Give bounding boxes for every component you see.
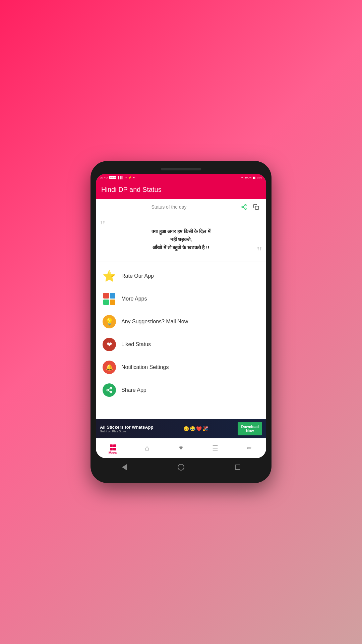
- notification-label: Notification Settings: [121, 364, 169, 370]
- svg-point-7: [107, 389, 109, 391]
- share-app-icon: [103, 383, 116, 397]
- phone-frame: Jio 4G VoLTE ▌▌▌ ∿ ⚡ ● ⚭ 100% ▮▮ 5:06 Hi…: [90, 161, 272, 483]
- phone-notch: [161, 168, 201, 170]
- volte-badge: VoLTE: [109, 176, 116, 179]
- ad-download-button[interactable]: DownloadNow: [238, 422, 262, 435]
- app-header: Hindi DP and Status: [96, 181, 266, 199]
- battery-icon: ▮▮: [253, 176, 255, 179]
- ad-banner[interactable]: All Stickers for WhatsApp Get it on Play…: [96, 419, 266, 438]
- rate-label: Rate Our App: [121, 273, 154, 279]
- phone-screen: Jio 4G VoLTE ▌▌▌ ∿ ⚡ ● ⚭ 100% ▮▮ 5:06 Hi…: [96, 174, 266, 458]
- carrier-text: Jio 4G: [100, 176, 108, 179]
- svg-point-8: [110, 391, 112, 393]
- bottom-nav: Menu ⌂ ♥ ☰ ✏: [96, 438, 266, 458]
- svg-point-2: [245, 208, 246, 210]
- android-home-button[interactable]: [176, 462, 186, 472]
- android-nav: [96, 458, 266, 476]
- status-left: Jio 4G VoLTE ▌▌▌ ∿ ⚡ ●: [100, 176, 135, 179]
- notification-icon: 🔔: [103, 361, 116, 374]
- share-icon[interactable]: [239, 202, 249, 212]
- main-content: Status of the day ": [96, 199, 266, 458]
- ad-info: All Stickers for WhatsApp Get it on Play…: [100, 425, 154, 433]
- menu-item-more-apps[interactable]: More Apps: [96, 287, 266, 310]
- menu-item-liked[interactable]: ❤ Liked Status: [96, 333, 266, 356]
- wifi-icon: ∿: [125, 176, 127, 179]
- nav-item-list[interactable]: ☰: [207, 444, 224, 452]
- copy-icon[interactable]: [251, 202, 261, 212]
- svg-line-9: [108, 390, 110, 391]
- svg-rect-5: [255, 206, 259, 210]
- nav-item-favorites[interactable]: ♥: [173, 444, 189, 452]
- quote-close-mark: ": [257, 245, 262, 258]
- quote-text: क्या हुआ अगर हम किसी के दिल में नहीं धड़…: [103, 221, 259, 255]
- nav-item-menu[interactable]: Menu: [105, 441, 121, 455]
- nav-favorites-icon: ♥: [179, 444, 183, 452]
- android-recent-button[interactable]: [233, 462, 243, 472]
- ad-emojis: 😊😂❤️🎉: [183, 426, 208, 431]
- quote-open-mark: ": [100, 219, 105, 232]
- status-right: ⚭ 100% ▮▮ 5:06: [241, 176, 262, 179]
- quote-area: " क्या हुआ अगर हम किसी के दिल में नहीं ध…: [96, 215, 266, 262]
- android-back-button[interactable]: [119, 462, 129, 472]
- svg-line-4: [243, 206, 245, 207]
- more-apps-icon: [103, 292, 116, 306]
- back-icon: [122, 464, 127, 470]
- ad-subtitle: Get it on Play Store: [100, 430, 154, 433]
- svg-line-10: [108, 388, 110, 389]
- suggestions-icon: 💡: [103, 315, 116, 328]
- nav-menu-icon: [110, 441, 116, 450]
- menu-list: ⭐ Rate Our App More Apps: [96, 262, 266, 419]
- app-title: Hindi DP and Status: [101, 186, 261, 194]
- menu-item-share[interactable]: Share App: [96, 379, 266, 401]
- nav-item-edit[interactable]: ✏: [241, 444, 257, 452]
- battery-text: 100%: [245, 176, 251, 179]
- rate-icon: ⭐: [103, 269, 116, 283]
- svg-line-3: [243, 207, 245, 208]
- nav-item-home[interactable]: ⌂: [138, 444, 155, 452]
- menu-item-notifications[interactable]: 🔔 Notification Settings: [96, 356, 266, 379]
- status-of-day-bar: Status of the day: [96, 199, 266, 215]
- svg-point-1: [242, 206, 243, 208]
- home-icon: [178, 464, 184, 471]
- time-text: 5:06: [257, 176, 262, 179]
- share-app-label: Share App: [121, 387, 146, 393]
- nav-menu-label: Menu: [109, 451, 117, 455]
- svg-point-0: [245, 205, 246, 206]
- ad-title: All Stickers for WhatsApp: [100, 425, 154, 430]
- liked-label: Liked Status: [121, 341, 151, 347]
- nav-edit-icon: ✏: [247, 444, 252, 452]
- nav-home-icon: ⌂: [145, 444, 149, 452]
- usb-icon: ⚡: [128, 176, 132, 179]
- status-bar: Jio 4G VoLTE ▌▌▌ ∿ ⚡ ● ⚭ 100% ▮▮ 5:06: [96, 174, 266, 181]
- more-apps-label: More Apps: [121, 296, 147, 302]
- suggestions-label: Any Suggestions? Mail Now: [121, 319, 188, 325]
- recent-icon: [235, 465, 240, 470]
- status-of-day-text: Status of the day: [101, 204, 237, 210]
- menu-item-rate[interactable]: ⭐ Rate Our App: [96, 265, 266, 287]
- signal-icon: ▌▌▌: [118, 176, 123, 179]
- liked-icon: ❤: [103, 338, 116, 351]
- whatsapp-icon: ●: [133, 176, 135, 179]
- menu-item-suggestions[interactable]: 💡 Any Suggestions? Mail Now: [96, 310, 266, 333]
- svg-point-6: [110, 387, 112, 389]
- nav-list-icon: ☰: [212, 444, 218, 452]
- bluetooth-icon: ⚭: [241, 176, 243, 179]
